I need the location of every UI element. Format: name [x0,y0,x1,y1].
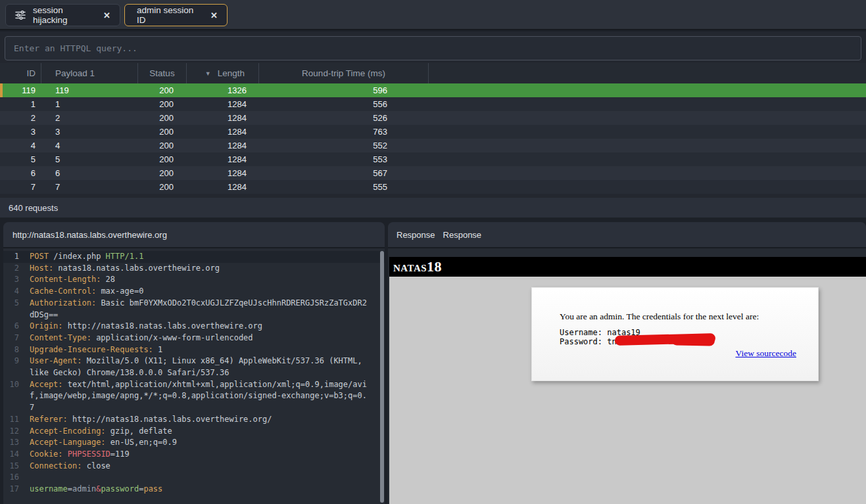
line-number: 6 [3,321,19,332]
result-cell: 1284 [187,166,259,180]
result-row[interactable]: 552001284553 [0,152,866,166]
code-content: Cache-Control: max-age=0 [30,286,372,298]
sliders-icon [15,11,26,20]
column-header-id[interactable]: ID [0,63,41,83]
results-table: ID Payload 1 Status ▼ Length Round-trip … [0,63,866,198]
result-row[interactable]: 662001284567 [0,166,866,180]
tab-session-hijacking[interactable]: session hijacking ✕ [5,4,120,26]
result-row[interactable]: 442001284552 [0,139,866,152]
result-row[interactable]: 772001284555 [0,180,866,194]
line-number: 16 [3,472,19,484]
result-cell: 4 [41,139,138,152]
line-number: 17 [3,484,19,495]
line-number: 11 [3,414,19,426]
password-redaction-mark [671,334,715,346]
line-number: 3 [3,274,19,286]
code-content: Upgrade-Insecure-Requests: 1 [30,344,372,356]
natas-site-header: natas18 [389,257,866,277]
code-line: 9User-Agent: Mozilla/5.0 (X11; Linux x86… [3,355,385,378]
column-header-payload[interactable]: Payload 1 [41,63,138,83]
code-line: 1POST /index.php HTTP/1.1 [3,251,385,263]
result-cell: 1326 [187,83,259,97]
code-line: 6Origin: http://natas18.natas.labs.overt… [3,321,385,332]
tab-label: session hijacking [33,5,89,25]
query-bar [0,32,866,63]
close-tab-icon[interactable]: ✕ [210,11,218,20]
line-number: 10 [3,379,19,414]
result-row[interactable]: 112001284556 [0,97,866,111]
result-cell: 200 [138,125,187,139]
response-tab-2[interactable]: Response [439,230,486,240]
sort-desc-icon: ▼ [205,70,211,77]
code-line: 11Referer: http://natas18.natas.labs.ove… [3,414,385,426]
line-number: 1 [3,251,19,263]
column-header-rtt[interactable]: Round-trip Time (ms) [259,63,429,83]
view-sourcecode-link[interactable]: View sourcecode [735,348,796,359]
line-number: 2 [3,263,19,275]
result-row[interactable]: 222001284526 [0,111,866,125]
request-url: http://natas18.natas.labs.overthewire.or… [12,230,167,240]
result-cell: 1284 [187,125,259,139]
result-cell: 7 [41,180,138,194]
request-editor[interactable]: 1POST /index.php HTTP/1.12Host: natas18.… [3,250,385,504]
result-cell: 200 [138,152,187,166]
result-cell: 553 [259,152,429,166]
credentials-card: You are an admin. The credentials for th… [531,287,819,381]
code-line: 13Accept-Language: en-US,en;q=0.9 [3,437,385,449]
code-content: POST /index.php HTTP/1.1 [30,251,372,263]
code-line: 2Host: natas18.natas.labs.overthewire.or… [3,263,385,275]
result-cell: 200 [138,97,187,111]
close-tab-icon[interactable]: ✕ [103,11,110,20]
code-content: Accept-Language: en-US,en;q=0.9 [30,437,372,449]
password-line: Password: tnw [560,337,621,346]
result-row[interactable]: 332001284763 [0,125,866,139]
code-content: Accept-Encoding: gzip, deflate [30,426,372,438]
response-tab-1[interactable]: Response [393,230,439,240]
httpql-query-input[interactable] [5,36,861,60]
result-cell: 555 [259,180,429,194]
column-header-status[interactable]: Status [138,63,187,83]
result-cell: 596 [259,83,429,97]
code-line: 12Accept-Encoding: gzip, deflate [3,426,385,438]
code-content: Accept: text/html,application/xhtml+xml,… [30,379,372,414]
result-cell: 3 [41,125,138,139]
code-content: Cookie: PHPSESSID=119 [30,449,372,461]
line-number: 8 [3,344,19,356]
request-count-status: 640 requests [0,198,866,218]
results-table-body: 1191192001326596112001284556222001284526… [0,83,866,194]
line-number: 5 [3,298,19,321]
results-table-header: ID Payload 1 Status ▼ Length Round-trip … [0,63,866,83]
code-line: 8Upgrade-Insecure-Requests: 1 [3,344,385,356]
admin-message: You are an admin. The credentials for th… [560,311,759,322]
result-cell: 2 [0,111,41,125]
response-panel: Response Response natas18 You are an adm… [388,222,866,504]
result-cell: 7 [0,180,41,194]
code-content: Connection: close [30,461,372,472]
code-line: 3Content-Length: 28 [3,274,385,286]
code-line: 16 [3,472,385,484]
result-row[interactable]: 1191192001326596 [0,83,866,97]
code-content: Host: natas18.natas.labs.overthewire.org [30,263,372,275]
result-cell: 1284 [187,180,259,194]
tab-admin-session-id[interactable]: admin session ID ✕ [124,4,228,26]
code-line: 17username=admin&password=pass [3,484,385,495]
editor-scrollbar[interactable] [380,251,384,503]
code-line: 14Cookie: PHPSESSID=119 [3,449,385,461]
result-cell: 552 [259,139,429,152]
code-content: Referer: http://natas18.natas.labs.overt… [30,414,372,426]
line-number: 7 [3,332,19,344]
tab-label: admin session ID [137,5,196,25]
column-header-length[interactable]: ▼ Length [187,63,259,83]
result-cell: 200 [138,111,187,125]
code-line: 5Authorization: Basic bmF0YXMxODo2T0cxUG… [3,298,385,321]
result-cell: 6 [0,166,41,180]
code-line: 15Connection: close [3,461,385,472]
result-cell: 1284 [187,152,259,166]
code-content: username=admin&password=pass [30,484,372,495]
result-cell: 1 [0,97,41,111]
result-cell: 119 [41,83,138,97]
result-cell: 763 [259,125,429,139]
line-number: 15 [3,461,19,472]
request-panel-header: http://natas18.natas.labs.overthewire.or… [3,222,385,248]
result-cell: 556 [259,97,429,111]
